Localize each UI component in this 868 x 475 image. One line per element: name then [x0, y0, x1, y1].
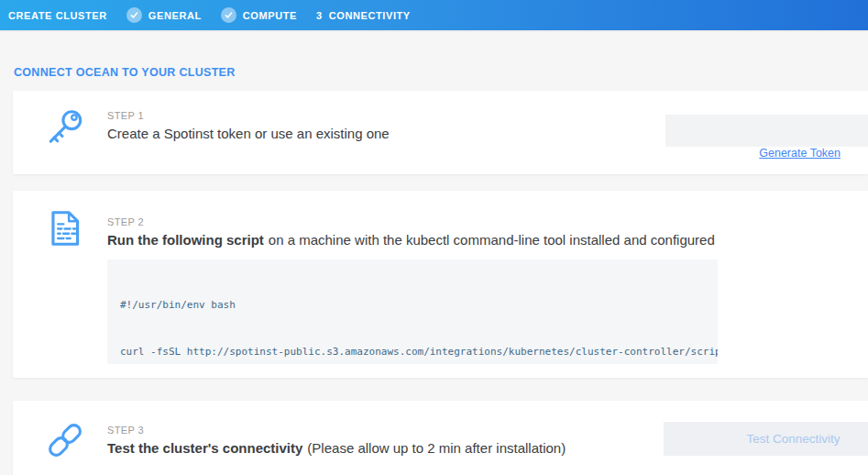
step3-title-rest: (Please allow up to 2 min after installa…: [307, 440, 566, 456]
token-input[interactable]: [665, 115, 868, 147]
wizard-step-label: CONNECTIVITY: [329, 10, 411, 21]
step3-card: STEP 3 Test the cluster's connectivity(P…: [13, 401, 868, 475]
step1-card: STEP 1 Create a Spotinst token or use an…: [13, 91, 868, 174]
script-icon: [44, 207, 86, 253]
step3-title: Test the cluster's connectivity(Please a…: [107, 440, 566, 456]
step1-title: Create a Spotinst token or use an existi…: [107, 126, 390, 141]
step2-card: STEP 2 Run the following scripton a mach…: [13, 191, 868, 378]
generate-token-link[interactable]: Generate Token: [759, 147, 841, 160]
step1-text: STEP 1 Create a Spotinst token or use an…: [107, 110, 390, 141]
wizard-header: CREATE CLUSTER GENERAL COMPUTE 3 CONNECT…: [0, 0, 868, 30]
wizard-step-number: 3: [316, 10, 323, 21]
install-script-code-block: #!/usr/bin/env bash curl -fsSL http://sp…: [107, 260, 718, 364]
wizard-step-connectivity[interactable]: 3 CONNECTIVITY: [316, 10, 411, 21]
wizard-step-compute[interactable]: COMPUTE: [221, 7, 297, 23]
page-title: CONNECT OCEAN TO YOUR CLUSTER: [14, 66, 236, 79]
check-icon: [221, 7, 236, 23]
test-connectivity-button[interactable]: Test Connectivity: [664, 422, 868, 456]
step2-label: STEP 2: [107, 216, 715, 227]
wizard-title: CREATE CLUSTER: [8, 10, 107, 21]
wizard-step-label: GENERAL: [148, 10, 202, 21]
link-icon: [44, 419, 86, 465]
check-icon: [126, 7, 142, 23]
step3-label: STEP 3: [107, 425, 566, 436]
step2-title: Run the following scripton a machine wit…: [107, 232, 715, 248]
step3-text: STEP 3 Test the cluster's connectivity(P…: [107, 425, 566, 456]
script-curl-line: curl -fsSL http://spotinst-public.s3.ama…: [120, 344, 705, 359]
wizard-step-general[interactable]: GENERAL: [126, 7, 202, 23]
step2-title-bold: Run the following script: [107, 232, 264, 248]
step2-text: STEP 2 Run the following scripton a mach…: [107, 216, 715, 248]
step1-label: STEP 1: [107, 110, 390, 121]
wizard-step-label: COMPUTE: [243, 10, 297, 21]
create-cluster-page: CREATE CLUSTER GENERAL COMPUTE 3 CONNECT…: [0, 0, 868, 475]
key-icon: [44, 106, 86, 152]
script-shebang-line: #!/usr/bin/env bash: [120, 297, 705, 313]
step3-title-bold: Test the cluster's connectivity: [107, 440, 302, 456]
step2-title-rest: on a machine with the kubectl command-li…: [269, 232, 715, 248]
